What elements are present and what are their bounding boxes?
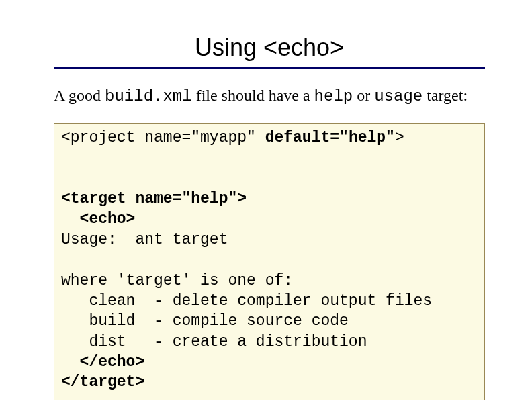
code-line-dist: dist - create a distribution [61,333,367,351]
code-line-target-close: </target> [61,373,144,391]
code-line-1a: <project name="myapp" [61,129,265,146]
intro-code-usage: usage [374,87,423,105]
code-line-usage: Usage: ant target [61,231,228,248]
slide: Using <echo> A good build.xml file shoul… [0,0,532,411]
code-block: <project name="myapp" default="help"> <t… [54,123,485,400]
code-line-target-open: <target name="help"> [61,190,247,208]
code-line-echo-close: </echo> [61,353,144,371]
code-line-1c: > [395,129,404,146]
code-line-echo-open: <echo> [61,210,135,228]
intro-seg-2: file should have a [192,87,314,104]
code-line-where: where 'target' is one of: [61,272,293,289]
slide-title: Using <echo> [54,34,485,62]
intro-seg-3: or [353,87,374,104]
intro-code-buildxml: build.xml [105,87,192,105]
intro-seg-1: A good [54,87,105,104]
code-line-clean: clean - delete compiler output files [61,292,432,310]
intro-code-help: help [314,87,353,105]
intro-seg-4: target: [423,87,468,104]
title-divider [54,67,485,69]
code-line-build: build - compile source code [61,312,349,330]
code-line-1b-default-attr: default="help" [265,129,395,146]
intro-text: A good build.xml file should have a help… [54,85,485,107]
